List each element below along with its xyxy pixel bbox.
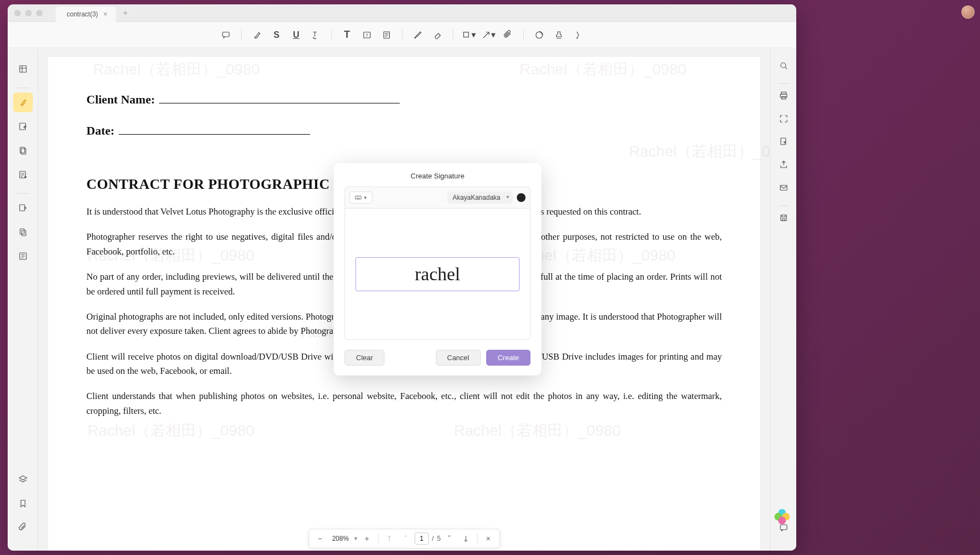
- svg-rect-17: [355, 196, 361, 199]
- svg-rect-5: [463, 32, 468, 37]
- add-tab-button[interactable]: +: [122, 8, 127, 18]
- page-number-input[interactable]: [415, 533, 429, 545]
- date-field[interactable]: [119, 123, 310, 135]
- text-tool-icon[interactable]: T: [339, 26, 356, 44]
- close-nav-icon[interactable]: ×: [481, 531, 496, 546]
- attachment-panel-icon[interactable]: [13, 518, 33, 537]
- stamp-icon[interactable]: [550, 26, 568, 44]
- form-tool-icon[interactable]: [13, 165, 33, 184]
- highlight-icon[interactable]: [248, 26, 266, 44]
- strikethrough-icon[interactable]: S: [268, 26, 285, 44]
- attachment-icon[interactable]: [499, 26, 517, 44]
- note-icon[interactable]: [378, 26, 395, 44]
- arrow-icon[interactable]: ▾: [480, 26, 497, 44]
- compress-tool-icon[interactable]: [13, 222, 33, 242]
- close-window-icon[interactable]: [14, 10, 21, 16]
- shape-icon[interactable]: ▾: [460, 26, 477, 44]
- thumbnail-panel-icon[interactable]: [13, 59, 33, 79]
- email-icon[interactable]: [775, 179, 792, 196]
- svg-rect-21: [781, 97, 786, 100]
- search-icon[interactable]: [775, 57, 792, 74]
- close-tab-icon[interactable]: ×: [103, 10, 107, 18]
- svg-rect-23: [780, 186, 787, 190]
- page-export-icon[interactable]: [775, 133, 792, 151]
- page-tool-icon[interactable]: [13, 141, 33, 160]
- cancel-button[interactable]: Cancel: [436, 350, 481, 366]
- prev-page-icon[interactable]: ˄: [398, 531, 413, 546]
- create-button[interactable]: Create: [486, 350, 530, 366]
- zoom-level[interactable]: 208%: [329, 535, 352, 542]
- svg-rect-14: [20, 229, 24, 234]
- svg-rect-0: [223, 32, 229, 36]
- client-name-label: Client Name:: [86, 90, 155, 109]
- window-controls: [14, 10, 43, 16]
- signature-input-wrap: [355, 257, 520, 291]
- keyboard-mode-button[interactable]: ▼: [349, 192, 372, 204]
- clear-button[interactable]: Clear: [345, 350, 384, 366]
- font-select[interactable]: AkayaKanadaka: [447, 192, 512, 204]
- right-sidebar: [770, 48, 796, 551]
- textbox-icon[interactable]: T: [358, 26, 376, 44]
- screenshot-icon[interactable]: [775, 110, 792, 128]
- layers-icon[interactable]: [13, 470, 33, 489]
- date-label: Date:: [86, 121, 114, 140]
- svg-rect-25: [780, 525, 787, 530]
- signature-icon[interactable]: [570, 26, 587, 44]
- maximize-window-icon[interactable]: [36, 10, 43, 16]
- svg-rect-13: [20, 205, 25, 211]
- underline-icon[interactable]: U: [288, 26, 305, 44]
- signature-canvas: [345, 209, 530, 340]
- app-window: contract(3) × + S U T T T ▾ ▾: [8, 4, 796, 551]
- svg-rect-24: [780, 215, 786, 221]
- save-icon[interactable]: [775, 209, 792, 227]
- bookmark-icon[interactable]: [13, 494, 33, 513]
- page-separator: /: [430, 535, 436, 542]
- ocr-tool-icon[interactable]: [13, 246, 33, 266]
- comment-icon[interactable]: [217, 26, 235, 44]
- highlight-tool-icon[interactable]: [13, 92, 33, 112]
- create-signature-modal: Create Signature ▼ AkayaKanadaka Clear: [334, 163, 541, 375]
- print-icon[interactable]: [775, 87, 792, 105]
- left-sidebar: [8, 48, 38, 551]
- total-pages: 5: [437, 535, 441, 542]
- signature-color-picker[interactable]: [517, 193, 526, 202]
- minimize-window-icon[interactable]: [25, 10, 32, 16]
- page-navigation: − 208% ▼ + ⤒ ˄ / 5 ˅ ⤓ ×: [308, 529, 500, 548]
- stamp-circle-icon[interactable]: [530, 26, 548, 44]
- signature-toolbar: ▼ AkayaKanadaka: [345, 187, 530, 209]
- svg-rect-10: [21, 148, 26, 154]
- titlebar: contract(3) × +: [8, 4, 796, 22]
- tab-title: contract(3): [67, 10, 98, 18]
- svg-point-18: [780, 63, 785, 68]
- svg-rect-7: [20, 66, 26, 72]
- edit-tool-icon[interactable]: [13, 117, 33, 136]
- last-page-icon[interactable]: ⤓: [458, 531, 474, 546]
- next-page-icon[interactable]: ˅: [442, 531, 457, 546]
- paragraph: Client understands that when publishing …: [86, 389, 722, 418]
- share-icon[interactable]: [775, 156, 792, 174]
- zoom-out-icon[interactable]: −: [312, 531, 328, 546]
- document-viewport: Client Name: Date: CONTRACT FOR PHOTOGRA…: [38, 48, 770, 551]
- svg-rect-15: [21, 230, 26, 236]
- zoom-in-icon[interactable]: +: [359, 531, 375, 546]
- user-avatar[interactable]: [961, 5, 975, 19]
- app-logo-icon[interactable]: [774, 509, 790, 524]
- first-page-icon[interactable]: ⤒: [382, 531, 397, 546]
- svg-rect-9: [20, 147, 24, 153]
- signature-text-input[interactable]: [356, 264, 519, 285]
- client-name-field[interactable]: [159, 91, 400, 103]
- modal-title: Create Signature: [345, 172, 530, 180]
- pen-icon[interactable]: [409, 26, 427, 44]
- document-tab[interactable]: contract(3) ×: [56, 7, 116, 22]
- convert-tool-icon[interactable]: [13, 198, 33, 218]
- svg-text:T: T: [313, 31, 317, 38]
- eraser-icon[interactable]: [429, 26, 446, 44]
- svg-text:T: T: [365, 33, 368, 38]
- toolbar: S U T T T ▾ ▾: [8, 22, 796, 48]
- squiggly-icon[interactable]: T: [307, 26, 325, 44]
